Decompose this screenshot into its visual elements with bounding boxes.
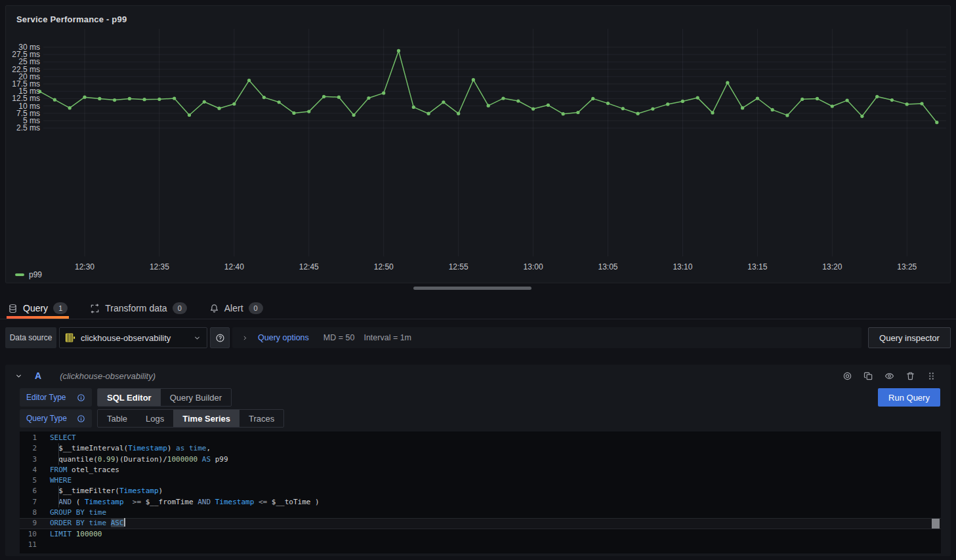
editor-type-sql-editor[interactable]: SQL Editor [98,389,161,406]
overview-ruler-cursor [932,519,940,529]
query-options-link[interactable]: Query options [258,333,309,342]
code-lines: SELECT $__timeInterval(Timestamp) as tim… [50,433,932,550]
chart-legend: p99 [15,270,42,279]
svg-text:13:15: 13:15 [747,262,767,271]
datasource-value: clickhouse-observability [81,333,188,343]
svg-text:12:55: 12:55 [449,262,468,271]
line-number: 2 [20,443,37,454]
query-inspector-button[interactable]: Query inspector [868,327,951,348]
line-number: 8 [20,508,37,518]
code-line-8[interactable]: GROUP BY time [50,508,932,518]
grip-icon[interactable] [926,371,936,381]
code-line-7[interactable]: AND ( Timestamp >= $__fromTime AND Times… [50,497,932,508]
trash-icon[interactable] [905,371,915,381]
tab-query[interactable]: Query 1 [7,298,69,319]
series-points [38,49,938,124]
info-circle-icon[interactable] [77,393,85,402]
line-number: 7 [20,497,37,508]
code-line-10[interactable]: LIMIT 100000 [50,529,932,540]
line-number: 6 [20,486,37,496]
legend-series-label[interactable]: p99 [29,270,42,279]
code-line-1[interactable]: SELECT [50,433,932,443]
line-number-gutter: 1234567891011 [20,433,37,550]
line-number: 3 [20,454,37,465]
query-ref-id[interactable]: A [35,370,41,381]
tab-transform-data[interactable]: Transform data 0 [89,298,188,319]
panel-title: Service Performance - p99 [16,14,127,24]
line-number: 4 [20,465,37,475]
y-axis-labels: 2.5 ms5 ms7.5 ms10 ms12.5 ms15 ms17.5 ms… [12,43,40,132]
eye-icon[interactable] [884,371,894,381]
sql-code-editor[interactable]: 1234567891011 SELECT $__timeInterval(Tim… [20,431,941,553]
query-type-row: Query Type TableLogsTime SeriesTraces [20,409,940,428]
query-type-traces[interactable]: Traces [239,410,283,427]
query-row-header: A (clickhouse-observability) [5,365,951,387]
svg-text:12:30: 12:30 [75,262,94,271]
query-type-group: TableLogsTime SeriesTraces [97,409,284,428]
tab-badge: 1 [53,302,68,314]
query-options-bar: Query options MD = 50 Interval = 1m [232,327,862,348]
query-datasource-hint: (clickhouse-observability) [60,371,156,381]
line-number: 5 [20,475,37,486]
indent-guide [58,443,59,454]
code-line-11[interactable] [50,540,932,550]
code-line-5[interactable]: WHERE [50,475,932,486]
editor-type-label: Editor Type [26,393,66,402]
datasource-picker[interactable]: clickhouse-observability [59,327,207,348]
query-type-time-series[interactable]: Time Series [173,410,239,427]
datasource-help-button[interactable] [210,327,230,348]
series-line [40,50,937,122]
database-icon [8,304,18,313]
code-line-6[interactable]: $__timeFilter(Timestamp) [50,486,932,496]
tab-label: Transform data [105,303,167,313]
timeseries-plot[interactable]: 2.5 ms5 ms7.5 ms10 ms12.5 ms15 ms17.5 ms… [6,6,951,284]
chevron-right-icon[interactable] [241,334,249,342]
svg-text:13:25: 13:25 [897,262,917,271]
copy-icon[interactable] [863,371,873,381]
run-query-button[interactable]: Run Query [878,388,940,407]
indent-guide [58,497,59,508]
query-type-table[interactable]: Table [98,410,136,427]
tab-label: Query [23,303,48,313]
x-axis-labels: 12:3012:3512:4012:4512:5012:5513:0013:05… [75,262,917,271]
line-number: 11 [20,540,37,550]
query-type-logs[interactable]: Logs [136,410,173,427]
datasource-label: Data source [5,327,56,348]
horizontal-scrollbar[interactable] [413,287,531,290]
query-type-label: Query Type [26,414,67,423]
svg-text:13:05: 13:05 [598,262,617,271]
svg-text:12:40: 12:40 [224,262,244,271]
tab-alert[interactable]: Alert 0 [208,298,264,319]
query-options-interval: Interval = 1m [364,333,411,342]
editor-type-label-box: Editor Type [20,388,92,407]
code-line-4[interactable]: FROM otel_traces [50,465,932,475]
line-number: 9 [20,518,37,529]
chevron-down-icon[interactable] [14,372,23,380]
gridlines [43,29,946,256]
info-circle-icon[interactable] [77,414,85,423]
text-cursor [124,518,125,527]
grafana-panel-edit-page: 2.5 ms5 ms7.5 ms10 ms12.5 ms15 ms17.5 ms… [0,0,956,560]
code-line-3[interactable]: quantile(0.99)(Duration)/1000000 AS p99 [50,454,932,465]
editor-type-group: SQL EditorQuery Builder [97,388,232,407]
svg-text:12:35: 12:35 [150,262,169,271]
transform-icon [90,304,100,313]
bell-icon [209,304,219,313]
code-line-2[interactable]: $__timeInterval(Timestamp) as time, [50,443,932,454]
svg-text:12:45: 12:45 [299,262,319,271]
indent-guide [58,486,59,496]
record-icon[interactable] [842,371,852,381]
editor-type-row: Editor Type SQL EditorQuery Builder Run … [20,388,940,407]
editor-type-query-builder[interactable]: Query Builder [161,389,231,406]
svg-text:13:10: 13:10 [673,262,692,271]
tab-badge: 0 [249,302,263,314]
line-number: 10 [20,529,37,540]
query-type-label-box: Query Type [20,409,92,428]
clickhouse-logo-icon [65,332,75,343]
tab-badge: 0 [173,302,187,314]
editor-tabs: Query 1 Transform data 0 Alert 0 [0,298,956,319]
code-line-9[interactable]: ORDER BY time ASC [50,518,932,529]
query-row-actions [842,371,942,381]
datasource-toolbar: Data source clickhouse-observability Que… [5,327,951,348]
svg-text:12:50: 12:50 [374,262,394,271]
